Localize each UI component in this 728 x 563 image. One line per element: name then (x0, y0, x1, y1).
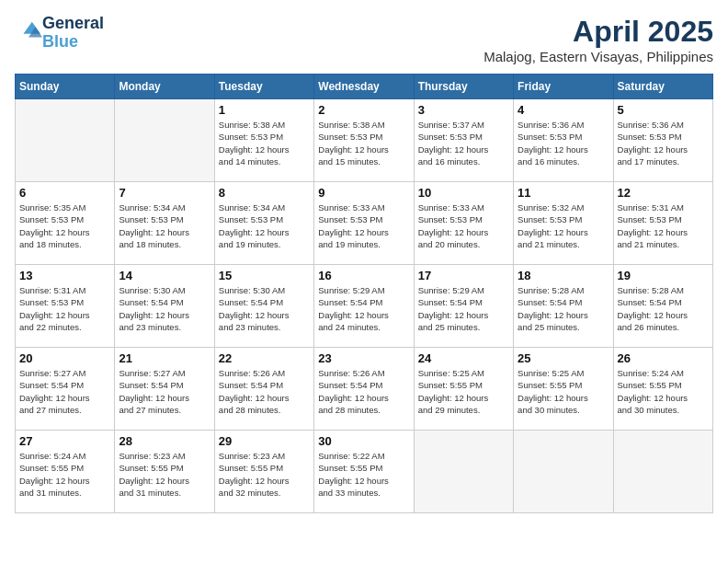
day-info: Sunrise: 5:24 AMSunset: 5:55 PMDaylight:… (618, 367, 709, 416)
calendar-cell: 7Sunrise: 5:34 AMSunset: 5:53 PMDaylight… (115, 182, 214, 265)
weekday-header: Thursday (414, 75, 513, 99)
calendar-cell: 4Sunrise: 5:36 AMSunset: 5:53 PMDaylight… (514, 99, 613, 182)
day-number: 9 (318, 186, 409, 200)
day-info: Sunrise: 5:26 AMSunset: 5:54 PMDaylight:… (318, 367, 409, 416)
calendar-subtitle: Malajog, Eastern Visayas, Philippines (483, 49, 713, 64)
calendar-title: April 2025 (483, 15, 713, 49)
title-area: April 2025 Malajog, Eastern Visayas, Phi… (483, 15, 713, 64)
day-info: Sunrise: 5:22 AMSunset: 5:55 PMDaylight:… (318, 450, 409, 499)
day-number: 27 (19, 434, 110, 448)
day-info: Sunrise: 5:38 AMSunset: 5:53 PMDaylight:… (318, 119, 409, 167)
day-number: 6 (19, 186, 110, 200)
weekday-header-row: SundayMondayTuesdayWednesdayThursdayFrid… (16, 75, 713, 99)
day-number: 2 (318, 103, 409, 117)
day-number: 15 (219, 269, 310, 282)
header: General Blue April 2025 Malajog, Eastern… (15, 15, 713, 64)
day-number: 13 (19, 269, 110, 282)
day-info: Sunrise: 5:38 AMSunset: 5:53 PMDaylight:… (219, 119, 310, 167)
day-number: 11 (518, 186, 609, 200)
calendar-week-row: 27Sunrise: 5:24 AMSunset: 5:55 PMDayligh… (16, 431, 713, 513)
calendar-cell: 26Sunrise: 5:24 AMSunset: 5:55 PMDayligh… (613, 348, 712, 431)
calendar-cell (115, 99, 214, 182)
day-info: Sunrise: 5:33 AMSunset: 5:53 PMDaylight:… (418, 201, 509, 250)
calendar-cell: 3Sunrise: 5:37 AMSunset: 5:53 PMDaylight… (414, 99, 513, 182)
day-number: 30 (318, 434, 409, 448)
day-number: 5 (618, 103, 709, 117)
calendar-cell: 11Sunrise: 5:32 AMSunset: 5:53 PMDayligh… (514, 182, 613, 265)
calendar-week-row: 6Sunrise: 5:35 AMSunset: 5:53 PMDaylight… (16, 182, 713, 265)
calendar-cell: 19Sunrise: 5:28 AMSunset: 5:54 PMDayligh… (613, 265, 712, 348)
calendar-cell: 5Sunrise: 5:36 AMSunset: 5:53 PMDaylight… (613, 99, 712, 182)
calendar-week-row: 1Sunrise: 5:38 AMSunset: 5:53 PMDaylight… (16, 99, 713, 182)
calendar-cell: 20Sunrise: 5:27 AMSunset: 5:54 PMDayligh… (16, 348, 115, 431)
logo-icon (17, 18, 42, 44)
day-info: Sunrise: 5:24 AMSunset: 5:55 PMDaylight:… (19, 450, 110, 499)
day-info: Sunrise: 5:35 AMSunset: 5:53 PMDaylight:… (19, 201, 110, 250)
calendar-cell: 28Sunrise: 5:23 AMSunset: 5:55 PMDayligh… (115, 431, 214, 513)
calendar-cell: 24Sunrise: 5:25 AMSunset: 5:55 PMDayligh… (414, 348, 513, 431)
day-info: Sunrise: 5:31 AMSunset: 5:53 PMDaylight:… (618, 201, 709, 250)
day-number: 19 (618, 269, 709, 282)
calendar-week-row: 13Sunrise: 5:31 AMSunset: 5:53 PMDayligh… (16, 265, 713, 348)
calendar-cell: 14Sunrise: 5:30 AMSunset: 5:54 PMDayligh… (115, 265, 214, 348)
day-info: Sunrise: 5:37 AMSunset: 5:53 PMDaylight:… (418, 119, 509, 167)
calendar-cell: 15Sunrise: 5:30 AMSunset: 5:54 PMDayligh… (214, 265, 313, 348)
day-info: Sunrise: 5:25 AMSunset: 5:55 PMDaylight:… (518, 367, 609, 416)
day-info: Sunrise: 5:30 AMSunset: 5:54 PMDaylight:… (219, 284, 310, 333)
calendar-cell: 8Sunrise: 5:34 AMSunset: 5:53 PMDaylight… (214, 182, 313, 265)
calendar-cell: 22Sunrise: 5:26 AMSunset: 5:54 PMDayligh… (214, 348, 313, 431)
day-number: 21 (119, 351, 210, 365)
day-info: Sunrise: 5:23 AMSunset: 5:55 PMDaylight:… (219, 450, 310, 499)
calendar-cell: 2Sunrise: 5:38 AMSunset: 5:53 PMDaylight… (314, 99, 414, 182)
day-number: 14 (119, 269, 210, 282)
day-number: 8 (219, 186, 310, 200)
day-info: Sunrise: 5:36 AMSunset: 5:53 PMDaylight:… (618, 119, 709, 167)
calendar-cell (613, 431, 712, 513)
calendar-cell (16, 99, 115, 182)
calendar-cell: 18Sunrise: 5:28 AMSunset: 5:54 PMDayligh… (514, 265, 613, 348)
calendar-cell: 10Sunrise: 5:33 AMSunset: 5:53 PMDayligh… (414, 182, 513, 265)
calendar-cell: 29Sunrise: 5:23 AMSunset: 5:55 PMDayligh… (214, 431, 313, 513)
day-number: 26 (618, 351, 709, 365)
calendar-cell: 16Sunrise: 5:29 AMSunset: 5:54 PMDayligh… (314, 265, 414, 348)
weekday-header: Monday (115, 75, 214, 99)
calendar-cell: 13Sunrise: 5:31 AMSunset: 5:53 PMDayligh… (16, 265, 115, 348)
day-number: 4 (518, 103, 609, 117)
day-info: Sunrise: 5:36 AMSunset: 5:53 PMDaylight:… (518, 119, 609, 167)
day-number: 20 (19, 351, 110, 365)
logo-line1: General (42, 15, 104, 33)
day-info: Sunrise: 5:29 AMSunset: 5:54 PMDaylight:… (318, 284, 409, 333)
day-info: Sunrise: 5:25 AMSunset: 5:55 PMDaylight:… (418, 367, 509, 416)
calendar-cell: 27Sunrise: 5:24 AMSunset: 5:55 PMDayligh… (16, 431, 115, 513)
day-number: 24 (418, 351, 509, 365)
calendar-cell: 23Sunrise: 5:26 AMSunset: 5:54 PMDayligh… (314, 348, 414, 431)
day-number: 7 (119, 186, 210, 200)
weekday-header: Wednesday (314, 75, 414, 99)
calendar-cell: 25Sunrise: 5:25 AMSunset: 5:55 PMDayligh… (514, 348, 613, 431)
calendar-cell: 6Sunrise: 5:35 AMSunset: 5:53 PMDaylight… (16, 182, 115, 265)
calendar-cell: 1Sunrise: 5:38 AMSunset: 5:53 PMDaylight… (214, 99, 313, 182)
day-info: Sunrise: 5:31 AMSunset: 5:53 PMDaylight:… (19, 284, 110, 333)
day-number: 25 (518, 351, 609, 365)
day-info: Sunrise: 5:28 AMSunset: 5:54 PMDaylight:… (518, 284, 609, 333)
day-number: 16 (318, 269, 409, 282)
day-number: 1 (219, 103, 310, 117)
day-number: 28 (119, 434, 210, 448)
calendar-cell (414, 431, 513, 513)
day-number: 18 (518, 269, 609, 282)
day-info: Sunrise: 5:30 AMSunset: 5:54 PMDaylight:… (119, 284, 210, 333)
calendar-cell: 21Sunrise: 5:27 AMSunset: 5:54 PMDayligh… (115, 348, 214, 431)
day-info: Sunrise: 5:26 AMSunset: 5:54 PMDaylight:… (219, 367, 310, 416)
day-info: Sunrise: 5:27 AMSunset: 5:54 PMDaylight:… (119, 367, 210, 416)
day-number: 12 (618, 186, 709, 200)
logo: General Blue (15, 15, 104, 52)
day-info: Sunrise: 5:33 AMSunset: 5:53 PMDaylight:… (318, 201, 409, 250)
day-number: 29 (219, 434, 310, 448)
weekday-header: Friday (514, 75, 613, 99)
weekday-header: Sunday (16, 75, 115, 99)
day-number: 22 (219, 351, 310, 365)
calendar-cell: 17Sunrise: 5:29 AMSunset: 5:54 PMDayligh… (414, 265, 513, 348)
day-number: 3 (418, 103, 509, 117)
day-info: Sunrise: 5:29 AMSunset: 5:54 PMDaylight:… (418, 284, 509, 333)
day-number: 17 (418, 269, 509, 282)
